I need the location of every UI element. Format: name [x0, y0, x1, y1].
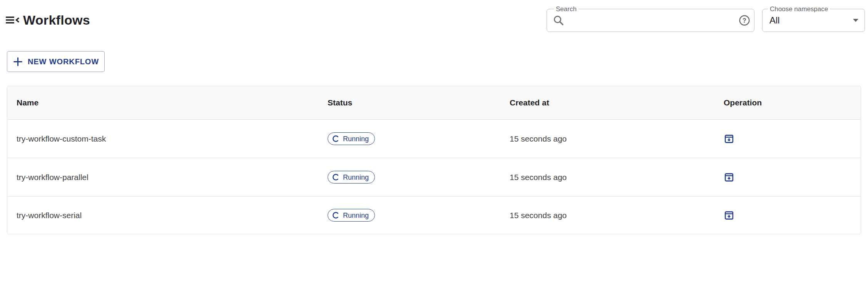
- search-input[interactable]: [565, 15, 739, 25]
- operation-cell: [714, 133, 861, 144]
- status-badge: Running: [328, 209, 375, 222]
- archive-icon: [724, 172, 734, 183]
- new-workflow-button[interactable]: NEW WORKFLOW: [7, 51, 105, 72]
- status-badge-label: Running: [343, 212, 369, 219]
- menu-open-icon: [5, 14, 20, 26]
- operation-cell: [714, 210, 861, 221]
- column-header-created: Created at: [500, 98, 714, 107]
- workflow-name-cell: try-workflow-parallel: [7, 173, 318, 182]
- status-badge: Running: [328, 132, 375, 145]
- status-badge: Running: [328, 171, 375, 184]
- column-header-status: Status: [318, 98, 500, 107]
- archive-icon: [724, 133, 734, 144]
- search-field-label: Search: [554, 6, 579, 13]
- table-header-row: Name Status Created at Operation: [7, 86, 861, 120]
- created-at-cell: 15 seconds ago: [500, 134, 714, 144]
- namespace-select-label: Choose namespace: [768, 6, 830, 13]
- search-field: Search ?: [547, 9, 754, 32]
- search-icon: [552, 14, 565, 27]
- operation-cell: [714, 172, 861, 183]
- archive-workflow-button[interactable]: [724, 210, 734, 221]
- status-cell: Running: [318, 132, 500, 145]
- archive-workflow-button[interactable]: [724, 172, 734, 183]
- workflow-name-cell: try-workflow-custom-task: [7, 134, 318, 144]
- plus-icon: [13, 57, 23, 67]
- new-workflow-button-label: NEW WORKFLOW: [28, 57, 99, 66]
- svg-text:?: ?: [743, 17, 746, 24]
- arrow-drop-down-icon: [853, 19, 858, 22]
- created-at-cell: 15 seconds ago: [500, 211, 714, 220]
- table-body: try-workflow-custom-task Running 15 seco…: [7, 120, 861, 234]
- status-cell: Running: [318, 171, 500, 184]
- created-at-cell: 15 seconds ago: [500, 173, 714, 182]
- table-row[interactable]: try-workflow-serial Running 15 seconds a…: [7, 197, 861, 234]
- column-header-name: Name: [7, 98, 318, 107]
- running-spinner-icon: [332, 212, 340, 219]
- status-badge-label: Running: [343, 174, 369, 181]
- page-title: Workflows: [23, 12, 90, 28]
- table-row[interactable]: try-workflow-custom-task Running 15 seco…: [7, 120, 861, 158]
- topbar-left: Workflows: [5, 12, 90, 28]
- namespace-select-value: All: [769, 15, 853, 26]
- workflows-table: Name Status Created at Operation try-wor…: [7, 86, 861, 234]
- namespace-select[interactable]: Choose namespace All: [762, 9, 865, 32]
- workflow-name-cell: try-workflow-serial: [7, 211, 318, 220]
- column-header-operation: Operation: [714, 98, 861, 107]
- menu-toggle-button[interactable]: [5, 14, 20, 26]
- table-row[interactable]: try-workflow-parallel Running 15 seconds…: [7, 158, 861, 197]
- running-spinner-icon: [332, 174, 340, 181]
- archive-icon: [724, 210, 734, 221]
- running-spinner-icon: [332, 135, 340, 142]
- topbar-right: Search ? Choose namespace All: [547, 9, 865, 32]
- status-badge-label: Running: [343, 135, 369, 142]
- archive-workflow-button[interactable]: [724, 133, 734, 144]
- help-icon[interactable]: ?: [739, 15, 750, 26]
- status-cell: Running: [318, 209, 500, 222]
